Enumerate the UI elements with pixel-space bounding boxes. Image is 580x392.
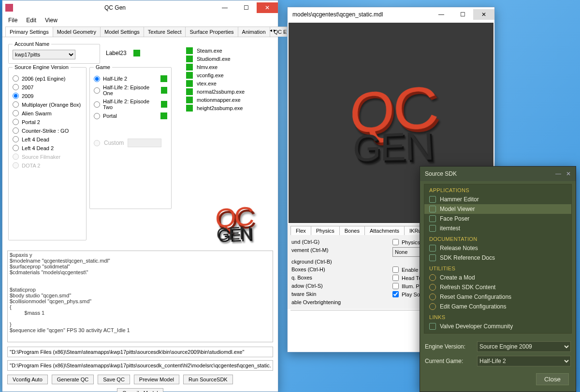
sdk-item-label: Create a Mod [440, 274, 475, 281]
sdk-section-head: APPLICATIONS [424, 184, 571, 195]
sdk-close-button[interactable]: Close [536, 373, 569, 385]
engine-radio-1[interactable] [13, 84, 19, 90]
game-radio-0[interactable] [94, 76, 100, 82]
menu-view[interactable]: View [45, 17, 58, 24]
maximize-button[interactable]: ☐ [235, 2, 257, 13]
exe-status-indicator [186, 64, 193, 70]
sdk-titlebar[interactable]: Source SDK — ✕ [420, 167, 576, 181]
tab-texture-select[interactable]: Texture Select [144, 27, 186, 37]
tab-animation[interactable]: Animation [238, 27, 270, 37]
tab-scroll-buttons[interactable]: ◂ ▸ [270, 28, 276, 33]
sdk-item[interactable]: itemtest [424, 224, 571, 233]
hlmv-checkbox[interactable] [392, 291, 399, 297]
sdk-section-head: LINKS [424, 311, 571, 322]
game-radio-1[interactable] [94, 87, 100, 94]
sdk-item-label: Reset Game Configurations [440, 294, 511, 300]
engine-radio-label: 2006 (ep1 Engine) [22, 76, 66, 82]
engine-radio-6[interactable] [13, 127, 19, 134]
sdk-item[interactable]: Release Notes [424, 243, 571, 253]
engine-radio-8[interactable] [13, 145, 19, 151]
status-indicator [133, 50, 140, 56]
sdk-engine-select[interactable]: Source Engine 2009 [477, 341, 571, 352]
sdk-item[interactable]: Hammer Editor [424, 195, 571, 204]
exe-status-indicator [186, 105, 193, 112]
tab-primary-settings[interactable]: Primary Settings [5, 27, 53, 37]
hlmv-tab-physics[interactable]: Physics [311, 226, 340, 235]
sdk-item[interactable]: Face Poser [424, 214, 571, 224]
sdk-item[interactable]: Model Viewer [424, 204, 571, 214]
sdk-item-icon [429, 323, 436, 330]
sdk-item-icon [429, 303, 436, 310]
sdk-item-label: Release Notes [440, 245, 478, 252]
sdk-item[interactable]: Edit Game Configurations [424, 302, 571, 311]
sdk-close-icon[interactable]: ✕ [566, 170, 571, 177]
sdk-section-head: DOCUMENTATION [424, 233, 571, 243]
sdk-item[interactable]: Valve Developer Community [424, 322, 571, 331]
action-buttons: Vconfig Auto Generate QC Save QC Preview… [2, 371, 278, 392]
engine-radio-3[interactable] [13, 101, 19, 108]
engine-radio-7[interactable] [13, 136, 19, 142]
qc-output-textarea[interactable]: $upaxis y $modelname "qcgentest/qcgen_st… [7, 251, 273, 342]
sdk-item[interactable]: Create a Mod [424, 273, 571, 282]
hlmv-checkbox[interactable] [392, 283, 399, 289]
sdk-app-list: APPLICATIONS Hammer Editor Model Viewer … [424, 184, 572, 334]
sdk-game-select[interactable]: Half-Life 2 [477, 356, 571, 366]
menu-edit[interactable]: Edit [26, 17, 36, 24]
game-radio-2[interactable] [94, 101, 100, 108]
sdk-config-form: Engine Version: Source Engine 2009 Curre… [420, 336, 576, 371]
tab-model-settings[interactable]: Model Settings [100, 27, 144, 37]
hlmv-close-button[interactable]: ✕ [473, 9, 494, 20]
sdk-item[interactable]: SDK Reference Docs [424, 253, 571, 263]
close-button[interactable]: ✕ [257, 2, 278, 13]
save-qc-button[interactable]: Save QC [98, 375, 130, 384]
hlmv-checkbox[interactable] [392, 266, 399, 273]
engine-radio-0[interactable] [13, 75, 19, 82]
hlmv-option-label: und (Ctrl-G) [291, 239, 390, 245]
game-status-indicator [161, 101, 167, 108]
exe-status-indicator [186, 88, 193, 95]
exe-status-indicator [186, 80, 193, 87]
engine-radio-2[interactable] [13, 93, 19, 99]
sdk-item-label: itemtest [440, 225, 460, 232]
game-radio-3[interactable] [94, 113, 100, 119]
tab-model-geometry[interactable]: Model Geometry [53, 27, 101, 37]
sdk-game-label: Current Game: [425, 358, 473, 364]
hlmv-minimize-button[interactable]: — [431, 9, 452, 20]
account-name-select[interactable]: kwp17pitts [13, 50, 75, 59]
game-radio-label: Half-Life 2 [103, 76, 127, 82]
sdk-item[interactable]: Refresh SDK Content [424, 282, 571, 292]
engine-radio-5[interactable] [13, 119, 19, 125]
sdk-item[interactable]: Reset Game Configurations [424, 292, 571, 302]
menu-file[interactable]: File [8, 17, 17, 24]
preview-model-button[interactable]: Preview Model [134, 375, 179, 384]
run-sourcesdk-button[interactable]: Run SourceSDK [183, 375, 233, 384]
engine-radio-10 [13, 162, 19, 168]
exe-status-indicator [186, 56, 193, 62]
studiomdl-path-input[interactable] [7, 347, 273, 357]
sdk-engine-label: Engine Version: [425, 343, 473, 350]
engine-radio-4[interactable] [13, 110, 19, 116]
sdk-minimize-icon[interactable]: — [555, 170, 561, 177]
hlmv-tab-flex[interactable]: Flex [290, 226, 311, 235]
hlmv-option-label: vement (Ctrl-M) [291, 247, 390, 257]
generate-qc-button[interactable]: Generate QC [52, 375, 94, 384]
engine-radio-label: DOTA 2 [22, 163, 40, 168]
minimize-button[interactable]: — [214, 2, 235, 13]
engine-radio-label: Alien Swarm [22, 111, 52, 116]
hlmv-checkbox[interactable] [392, 275, 399, 281]
qcgen-window: QC Gen — ☐ ✕ File Edit View Primary Sett… [2, 0, 278, 392]
primary-settings-panel: Account Name kwp17pitts Label23 Source E… [2, 37, 278, 251]
qcgen-titlebar[interactable]: QC Gen — ☐ ✕ [2, 0, 278, 15]
game-status-indicator [161, 87, 167, 94]
vconfig-auto-button[interactable]: Vconfig Auto [7, 375, 48, 384]
hlmv-title: models\qcgentest\qcgen_static.mdl [290, 11, 431, 18]
hlmv-checkbox[interactable] [392, 239, 399, 245]
sdk-item-label: Model Viewer [440, 206, 475, 212]
hlmv-titlebar[interactable]: models\qcgentest\qcgen_static.mdl — ☐ ✕ [288, 7, 494, 22]
hlmv-maximize-button[interactable]: ☐ [452, 9, 473, 20]
hlmv-tab-attachments[interactable]: Attachments [364, 226, 405, 235]
compile-model-button[interactable]: Compile Model [117, 388, 163, 392]
qc-file-path-input[interactable] [7, 360, 273, 371]
tab-surface-properties[interactable]: Surface Properties [185, 27, 238, 37]
hlmv-tab-bones[interactable]: Bones [339, 226, 365, 235]
